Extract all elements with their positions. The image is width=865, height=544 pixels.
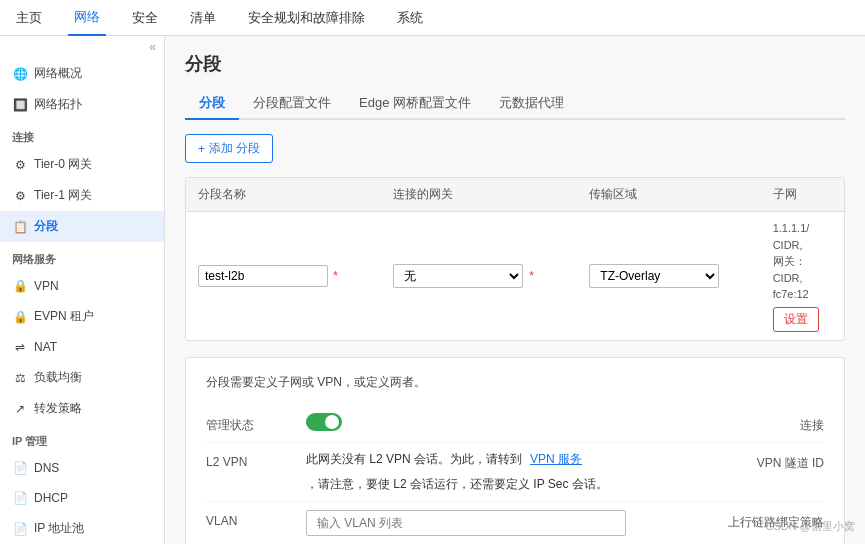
tab-edge-bridge[interactable]: Edge 网桥配置文件 [345,88,485,120]
tab-segment[interactable]: 分段 [185,88,239,120]
lb-icon: ⚖ [12,370,28,386]
gateway-select[interactable]: 无 [393,264,523,288]
cell-name: * [186,212,381,340]
main-content: 分段 分段 分段配置文件 Edge 网桥配置文件 元数据代理 + 添加 分段 分… [165,36,865,544]
sidebar-collapse-btn[interactable]: « [0,36,164,58]
nav-home[interactable]: 主页 [10,1,48,35]
table-row: * 无 * [186,212,844,340]
network-service-section-title: 网络服务 [0,242,164,271]
nat-icon: ⇌ [12,339,28,355]
value-l2vpn: 此网关没有 L2 VPN 会话。为此，请转到 VPN 服务，请注意，要使 L2 … [306,451,757,493]
nav-system[interactable]: 系统 [391,1,429,35]
cell-gateway: 无 * [381,212,577,340]
top-nav: 主页 网络 安全 清单 安全规划和故障排除 系统 [0,0,865,36]
right-label-mgmt-state: 连接 [800,413,824,434]
sidebar-item-tier1[interactable]: ⚙ Tier-1 网关 [0,180,164,211]
evpn-icon: 🔒 [12,309,28,325]
transport-select[interactable]: TZ-Overlay [589,264,719,288]
tier1-icon: ⚙ [12,188,28,204]
add-icon: + [198,142,205,156]
sidebar-item-evpn[interactable]: 🔒 EVPN 租户 [0,301,164,332]
add-segment-button[interactable]: + 添加 分段 [185,134,273,163]
ip-mgmt-section-title: IP 管理 [0,424,164,453]
table-header-row: 分段名称 连接的网关 传输区域 子网 [186,178,844,212]
tab-segment-profile[interactable]: 分段配置文件 [239,88,345,120]
sidebar-item-tier0[interactable]: ⚙ Tier-0 网关 [0,149,164,180]
l2vpn-text1: 此网关没有 L2 VPN 会话。为此，请转到 [306,451,522,468]
sidebar-item-forwarding[interactable]: ↗ 转发策略 [0,393,164,424]
detail-row-mgmt-state: 管理状态 连接 [206,405,824,443]
tab-bar: 分段 分段配置文件 Edge 网桥配置文件 元数据代理 [185,88,845,120]
vpn-service-link[interactable]: VPN 服务 [530,451,582,468]
connection-section-title: 连接 [0,120,164,149]
label-vlan: VLAN [206,510,306,528]
layout: « 🌐 网络概况 🔲 网络拓扑 连接 ⚙ Tier-0 网关 ⚙ Tier-1 … [0,36,865,544]
tab-metadata[interactable]: 元数据代理 [485,88,578,120]
value-vlan [306,510,728,536]
subnet-setup-button[interactable]: 设置 [773,307,819,332]
segment-name-input[interactable] [198,265,328,287]
cell-transport: TZ-Overlay [577,212,760,340]
col-subnet: 子网 [761,178,844,212]
segment-icon: 📋 [12,219,28,235]
required-star-2: * [529,269,534,283]
detail-note: 分段需要定义子网或 VPN，或定义两者。 [206,374,824,391]
col-name: 分段名称 [186,178,381,212]
mgmt-state-toggle[interactable] [306,413,342,431]
label-mgmt-state: 管理状态 [206,413,306,434]
ippool-icon: 📄 [12,521,28,537]
right-label-l2vpn: VPN 隧道 ID [757,451,824,472]
sidebar-item-nat[interactable]: ⇌ NAT [0,332,164,362]
required-star: * [333,269,338,283]
table: 分段名称 连接的网关 传输区域 子网 * [186,178,844,340]
nav-network[interactable]: 网络 [68,0,106,36]
sidebar-item-network-overview[interactable]: 🌐 网络概况 [0,58,164,89]
label-l2vpn: L2 VPN [206,451,306,469]
sidebar-item-dns[interactable]: 📄 DNS [0,453,164,483]
dns-icon: 📄 [12,460,28,476]
vlan-input[interactable] [306,510,626,536]
nav-planning[interactable]: 安全规划和故障排除 [242,1,371,35]
sidebar-item-segment[interactable]: 📋 分段 [0,211,164,242]
tier0-icon: ⚙ [12,157,28,173]
sidebar-item-ippool[interactable]: 📄 IP 地址池 [0,513,164,544]
dhcp-icon: 📄 [12,490,28,506]
col-transport: 传输区域 [577,178,760,212]
detail-section: 分段需要定义子网或 VPN，或定义两者。 管理状态 连接 L2 VPN 此网关没… [185,357,845,545]
network-overview-icon: 🌐 [12,66,28,82]
page-title: 分段 [185,52,845,76]
detail-row-vlan: VLAN 上行链路绑定策略 [206,502,824,545]
cell-subnet: 1.1.1.1/CIDR,网关：CIDR,fc7e:12 设置 [761,212,844,340]
l2vpn-text2: ，请注意，要使 L2 会话运行，还需要定义 IP Sec 会话。 [306,476,608,493]
forwarding-icon: ↗ [12,401,28,417]
sidebar: « 🌐 网络概况 🔲 网络拓扑 连接 ⚙ Tier-0 网关 ⚙ Tier-1 … [0,36,165,544]
value-mgmt-state [306,413,800,431]
network-topology-icon: 🔲 [12,97,28,113]
segment-table: 分段名称 连接的网关 传输区域 子网 * [185,177,845,341]
sidebar-item-network-topology[interactable]: 🔲 网络拓扑 [0,89,164,120]
sidebar-item-dhcp[interactable]: 📄 DHCP [0,483,164,513]
detail-row-l2vpn: L2 VPN 此网关没有 L2 VPN 会话。为此，请转到 VPN 服务，请注意… [206,443,824,502]
gateway-select-wrap: 无 * [393,264,565,288]
col-gateway: 连接的网关 [381,178,577,212]
transport-select-wrap: TZ-Overlay [589,264,748,288]
sidebar-item-lb[interactable]: ⚖ 负载均衡 [0,362,164,393]
watermark: CSDN @俯里小窝 [766,519,855,534]
vpn-icon: 🔒 [12,278,28,294]
sidebar-item-vpn[interactable]: 🔒 VPN [0,271,164,301]
nav-inventory[interactable]: 清单 [184,1,222,35]
nav-security[interactable]: 安全 [126,1,164,35]
